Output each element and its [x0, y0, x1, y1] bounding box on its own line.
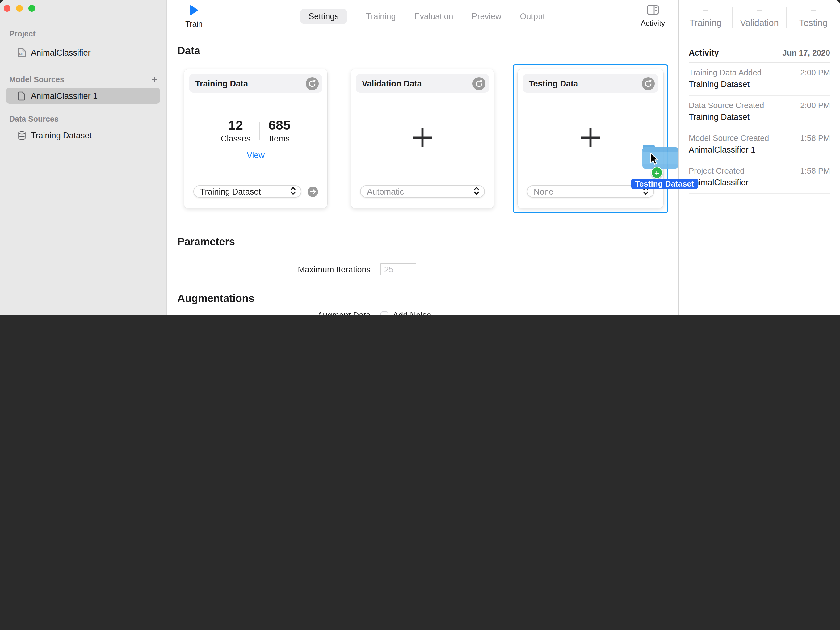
event-title: Model Source Created [689, 133, 769, 143]
train-button[interactable]: Train [180, 0, 207, 33]
model-source-icon [17, 91, 26, 100]
event-time: 2:00 PM [800, 68, 830, 77]
data-sources-section-label: Data Sources [9, 114, 166, 125]
event-subject: AnimalClassifier 1 [689, 145, 830, 155]
ml-document-icon: ML [17, 47, 26, 57]
project-section-label: Project [9, 28, 166, 39]
parameters-section-heading: Parameters [177, 235, 666, 248]
validation-data-card-header: Validation Data [356, 74, 489, 93]
augmentations-section-heading: Augmentations [177, 292, 666, 305]
activity-panel: – Training – Validation – Testing Activi… [679, 0, 840, 315]
main-area: Train Settings Training Evaluation Previ… [167, 0, 679, 315]
stats-divider [259, 122, 260, 140]
tab-preview[interactable]: Preview [472, 9, 502, 24]
training-metric: – Training [679, 0, 732, 33]
testing-metric-label: Testing [799, 17, 827, 27]
activity-event: Model Source Created 1:58 PM AnimalClass… [689, 128, 830, 161]
testing-data-dropdown[interactable]: None [527, 185, 654, 197]
training-data-title: Training Data [195, 79, 248, 88]
activity-date: Jun 17, 2020 [782, 48, 830, 57]
validation-metric-value: – [756, 5, 763, 15]
stepper-chevrons-icon [643, 186, 649, 197]
view-link[interactable]: View [247, 150, 265, 159]
sidebar: Project ML AnimalClassifier Model Source… [0, 0, 167, 315]
activity-button-label: Activity [641, 19, 665, 28]
tab-output[interactable]: Output [520, 9, 545, 24]
add-model-source-button[interactable]: + [151, 74, 158, 85]
svg-text:ML: ML [19, 53, 23, 56]
training-data-card: Training Data 12 [184, 69, 327, 208]
tab-bar: Settings Training Evaluation Preview Out… [167, 0, 678, 33]
testing-data-card-header: Testing Data [523, 74, 658, 93]
checkbox-add-noise-label: Add Noise [393, 310, 431, 315]
train-button-label: Train [185, 19, 202, 28]
refresh-icon[interactable] [472, 77, 485, 90]
classes-label: Classes [221, 134, 251, 143]
testing-metric-value: – [810, 5, 816, 15]
training-data-dropdown[interactable]: Training Dataset [193, 185, 302, 197]
minimize-window-button[interactable] [16, 5, 23, 12]
tab-evaluation[interactable]: Evaluation [414, 9, 453, 24]
model-sources-section-label: Model Sources + [9, 74, 166, 85]
activity-event: Data Source Created 2:00 PM Training Dat… [689, 96, 830, 128]
project-item-label: AnimalClassifier [31, 48, 91, 57]
toolbar: Train Settings Training Evaluation Previ… [167, 0, 678, 33]
validation-data-title: Validation Data [362, 79, 422, 88]
stepper-chevrons-icon [474, 186, 479, 197]
testing-data-title: Testing Data [529, 79, 578, 88]
sidebar-item-project[interactable]: ML AnimalClassifier [6, 44, 160, 60]
activity-event: Training Data Added 2:00 PM Training Dat… [689, 63, 830, 96]
model-source-item-label: AnimalClassifier 1 [31, 91, 98, 100]
refresh-icon[interactable] [642, 77, 655, 90]
event-time: 2:00 PM [800, 101, 830, 110]
data-section-heading: Data [177, 44, 666, 57]
tab-training[interactable]: Training [366, 9, 396, 24]
open-data-source-button[interactable] [308, 186, 318, 197]
classes-count: 12 [221, 118, 251, 132]
refresh-icon[interactable] [306, 77, 319, 90]
sidebar-panel-icon [647, 5, 659, 17]
checkbox-add-noise[interactable] [381, 311, 388, 315]
play-icon [189, 5, 198, 17]
activity-header: Activity [689, 48, 719, 57]
items-count: 685 [268, 118, 291, 132]
tab-settings[interactable]: Settings [300, 9, 347, 24]
data-source-item-label: Training Dataset [31, 131, 92, 140]
event-time: 1:58 PM [800, 166, 830, 175]
items-label: Items [268, 134, 291, 143]
app-window: Project ML AnimalClassifier Model Source… [0, 0, 840, 315]
validation-data-card: Validation Data [351, 69, 494, 208]
metrics-summary: – Training – Validation – Testing [679, 0, 840, 33]
activity-log: Activity Jun 17, 2020 Training Data Adde… [679, 33, 840, 194]
event-subject: Training Dataset [689, 80, 830, 89]
close-window-button[interactable] [4, 5, 11, 12]
event-title: Training Data Added [689, 68, 761, 77]
testing-metric: – Testing [786, 0, 840, 33]
zoom-window-button[interactable] [28, 5, 35, 12]
stepper-chevrons-icon [290, 186, 296, 197]
sidebar-item-model-source[interactable]: AnimalClassifier 1 [6, 88, 160, 104]
validation-data-dropdown-value: Automatic [367, 187, 404, 196]
testing-data-card: Testing Data [518, 69, 663, 208]
data-cards-row: Training Data 12 [184, 69, 666, 208]
add-data-plus-icon[interactable] [581, 128, 600, 150]
validation-data-dropdown[interactable]: Automatic [360, 185, 485, 197]
validation-metric: – Validation [733, 0, 786, 33]
settings-content: Data Training Data [167, 33, 678, 315]
event-time: 1:58 PM [800, 133, 830, 143]
max-iterations-input[interactable] [381, 263, 416, 275]
testing-data-dropdown-value: None [534, 187, 554, 196]
event-title: Project Created [689, 166, 745, 175]
max-iterations-label: Maximum Iterations [298, 265, 371, 274]
add-data-plus-icon[interactable] [412, 128, 433, 150]
activity-event: Project Created 1:58 PM AnimalClassifier [689, 161, 830, 194]
activity-toggle-button[interactable]: Activity [636, 0, 669, 33]
event-subject: AnimalClassifier [689, 178, 830, 187]
training-data-stats: 12 Classes 685 Items [221, 118, 291, 143]
training-data-card-header: Training Data [189, 74, 322, 93]
sidebar-item-data-source[interactable]: Training Dataset [6, 127, 160, 143]
training-data-dropdown-value: Training Dataset [200, 187, 261, 196]
training-metric-value: – [703, 5, 709, 15]
validation-metric-label: Validation [740, 17, 778, 27]
database-icon [17, 131, 26, 140]
